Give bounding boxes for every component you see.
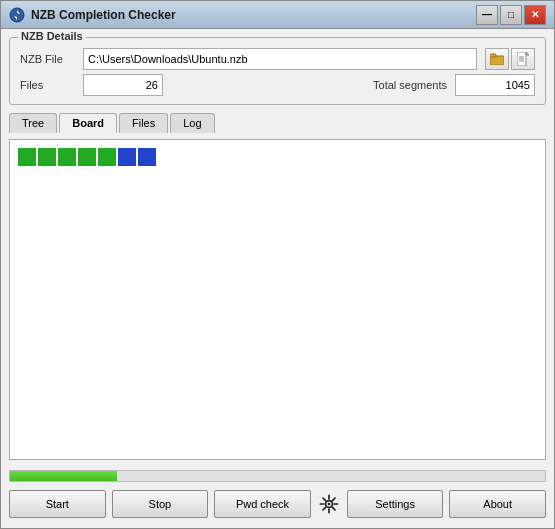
- close-button[interactable]: ✕: [524, 5, 546, 25]
- files-value: 26: [83, 74, 163, 96]
- total-segments-value: 1045: [455, 74, 535, 96]
- svg-point-8: [327, 503, 330, 506]
- board-grid: [18, 148, 537, 166]
- tab-content-board: [9, 139, 546, 460]
- svg-line-16: [323, 507, 326, 510]
- tab-bar: Tree Board Files Log: [9, 113, 546, 133]
- progress-bar-container: [9, 470, 546, 482]
- maximize-button[interactable]: □: [500, 5, 522, 25]
- group-title: NZB Details: [18, 30, 86, 42]
- progress-bar-fill: [10, 471, 117, 481]
- tab-log[interactable]: Log: [170, 113, 214, 133]
- tab-board[interactable]: Board: [59, 113, 117, 133]
- tab-tree[interactable]: Tree: [9, 113, 57, 133]
- board-cell: [58, 148, 76, 166]
- window-title: NZB Completion Checker: [31, 8, 476, 22]
- board-cell: [38, 148, 56, 166]
- svg-line-13: [323, 498, 326, 501]
- files-label: Files: [20, 79, 75, 91]
- file-action-buttons: [485, 48, 535, 70]
- app-icon: [9, 7, 25, 23]
- nzb-file-field[interactable]: C:\Users\Downloads\Ubuntu.nzb: [83, 48, 477, 70]
- board-cell: [98, 148, 116, 166]
- stop-button[interactable]: Stop: [112, 490, 209, 518]
- nzb-details-group: NZB Details NZB File C:\Users\Downloads\…: [9, 37, 546, 105]
- board-cell: [18, 148, 36, 166]
- nzb-file-value: C:\Users\Downloads\Ubuntu.nzb: [88, 53, 248, 65]
- window-controls: — □ ✕: [476, 5, 546, 25]
- start-button[interactable]: Start: [9, 490, 106, 518]
- svg-line-14: [332, 507, 335, 510]
- board-cell: [118, 148, 136, 166]
- tool-icon: [317, 492, 341, 516]
- svg-line-15: [332, 498, 335, 501]
- total-segments-label: Total segments: [373, 79, 447, 91]
- main-window: NZB Completion Checker — □ ✕ NZB Details…: [0, 0, 555, 529]
- title-bar: NZB Completion Checker — □ ✕: [1, 1, 554, 29]
- bottom-buttons: Start Stop Pwd check Settings Abou: [9, 488, 546, 520]
- tab-files[interactable]: Files: [119, 113, 168, 133]
- browse-folder-button[interactable]: [485, 48, 509, 70]
- nzb-file-label: NZB File: [20, 53, 75, 65]
- content-area: NZB Details NZB File C:\Users\Downloads\…: [1, 29, 554, 528]
- board-cell: [138, 148, 156, 166]
- settings-button[interactable]: Settings: [347, 490, 444, 518]
- about-button[interactable]: About: [449, 490, 546, 518]
- pwd-check-button[interactable]: Pwd check: [214, 490, 311, 518]
- board-cell: [78, 148, 96, 166]
- browse-file-button[interactable]: [511, 48, 535, 70]
- minimize-button[interactable]: —: [476, 5, 498, 25]
- svg-rect-2: [490, 54, 496, 57]
- nzb-file-row: NZB File C:\Users\Downloads\Ubuntu.nzb: [20, 48, 535, 70]
- files-row: Files 26 Total segments 1045: [20, 74, 535, 96]
